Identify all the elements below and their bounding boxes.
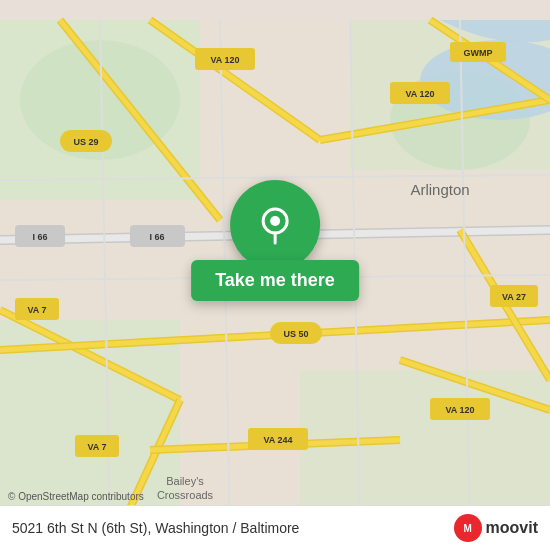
svg-text:VA 7: VA 7 [87,442,106,452]
svg-text:Bailey's: Bailey's [166,475,204,487]
address-text: 5021 6th St N (6th St), Washington / Bal… [12,520,299,536]
svg-text:VA 244: VA 244 [263,435,292,445]
map-container: I 66 I 66 VA 120 [0,0,550,550]
svg-text:VA 120: VA 120 [445,405,474,415]
moovit-logo: M moovit [454,514,538,542]
svg-text:VA 120: VA 120 [210,55,239,65]
cta-pin-head [230,180,320,270]
svg-text:VA 27: VA 27 [502,292,526,302]
moovit-logo-icon: M [454,514,482,542]
copyright-text: © OpenStreetMap contributors [8,491,144,502]
svg-text:VA 7: VA 7 [27,305,46,315]
location-pin-icon [255,205,295,245]
svg-text:US 50: US 50 [283,329,308,339]
svg-text:US 29: US 29 [73,137,98,147]
moovit-text: moovit [486,519,538,537]
svg-text:VA 120: VA 120 [405,89,434,99]
svg-text:I 66: I 66 [32,232,47,242]
svg-point-64 [270,216,280,226]
svg-text:Crossroads: Crossroads [157,489,214,501]
bottom-bar: 5021 6th St N (6th St), Washington / Bal… [0,505,550,550]
cta-button[interactable]: Take me there [191,180,359,301]
svg-text:Arlington: Arlington [410,181,469,198]
take-me-there-button[interactable]: Take me there [191,260,359,301]
svg-text:GWMP: GWMP [464,48,493,58]
svg-text:I 66: I 66 [149,232,164,242]
